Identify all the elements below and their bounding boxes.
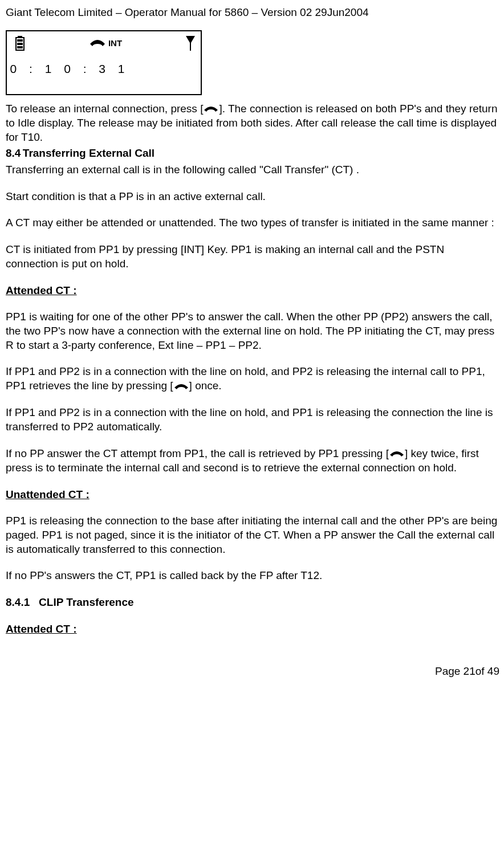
svg-rect-2 bbox=[17, 39, 23, 42]
attended-ct-heading-2: Attended CT : bbox=[6, 622, 499, 637]
section-heading-8-4-1: 8.4.1 CLIP Transference bbox=[6, 596, 499, 610]
hangup-icon bbox=[174, 380, 189, 394]
svg-rect-3 bbox=[17, 43, 23, 45]
section-number: 8.4.1 bbox=[6, 596, 30, 608]
section-heading-8-4: 8.4 Transferring External Call bbox=[6, 146, 499, 161]
document-header: Giant Telecom Limited – Operator Manual … bbox=[6, 6, 499, 20]
paragraph: PP1 is releasing the connection to the b… bbox=[6, 514, 499, 556]
paragraph: If PP1 and PP2 is in a connection with t… bbox=[6, 406, 499, 434]
page-footer: Page 21of 49 bbox=[6, 665, 499, 679]
int-label: INT bbox=[108, 38, 122, 49]
section-title: Transferring External Call bbox=[23, 147, 155, 159]
paragraph: A CT may either be attended or unattende… bbox=[6, 216, 499, 230]
text: To release an internal connection, press… bbox=[6, 103, 203, 115]
lcd-display: INT 0 : 1 0 : 3 1 bbox=[6, 30, 202, 95]
section-number: 8.4 bbox=[6, 146, 14, 161]
svg-rect-4 bbox=[17, 46, 23, 48]
paragraph: If no PP answer the CT attempt from PP1,… bbox=[6, 447, 499, 475]
antenna-icon bbox=[186, 36, 195, 51]
attended-ct-heading: Attended CT : bbox=[6, 284, 499, 298]
paragraph: Start condition is that a PP is in an ac… bbox=[6, 190, 499, 204]
paragraph: Transferring an external call is in the … bbox=[6, 163, 499, 177]
paragraph: If PP1 and PP2 is in a connection with t… bbox=[6, 365, 499, 393]
hangup-icon bbox=[389, 447, 404, 461]
phone-icon bbox=[89, 38, 106, 48]
paragraph: CT is initiated from PP1 by pressing [IN… bbox=[6, 243, 499, 271]
text: ] once. bbox=[189, 380, 222, 392]
text: If no PP answer the CT attempt from PP1,… bbox=[6, 447, 389, 459]
text: If PP1 and PP2 is in a connection with t… bbox=[6, 365, 485, 392]
paragraph: If no PP's answers the CT, PP1 is called… bbox=[6, 569, 499, 583]
paragraph: PP1 is waiting for one of the other PP's… bbox=[6, 310, 499, 352]
hangup-icon bbox=[204, 102, 218, 116]
paragraph: To release an internal connection, press… bbox=[6, 102, 499, 145]
lcd-timer: 0 : 1 0 : 3 1 bbox=[7, 61, 201, 76]
section-title: CLIP Transference bbox=[39, 596, 134, 608]
battery-icon bbox=[15, 36, 25, 51]
unattended-ct-heading: Unattended CT : bbox=[6, 488, 499, 502]
